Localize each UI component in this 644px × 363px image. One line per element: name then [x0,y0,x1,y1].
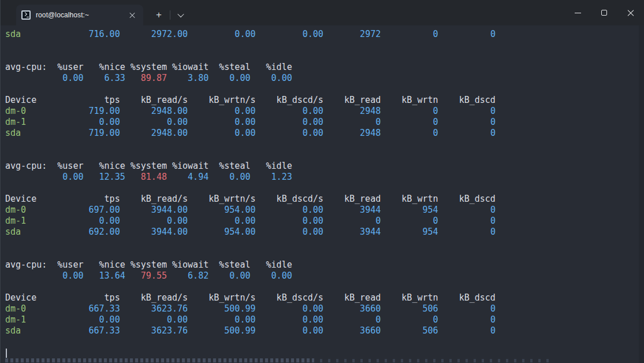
terminal-line: sda 692.00 3944.00 954.00 0.00 3944 954 … [5,227,644,238]
terminal-line: Device tps kB_read/s kB_wrtn/s kB_dscd/s… [5,194,644,205]
terminal-screen[interactable]: sda 716.00 2972.00 0.00 0.00 2972 0 0 av… [1,25,644,363]
titlebar-separator [170,10,170,20]
clipped-scrolling-line [5,358,644,363]
terminal-line [5,336,644,347]
terminal-output: sda 716.00 2972.00 0.00 0.00 2972 0 0 av… [5,29,644,358]
terminal-line: dm-0 667.33 3623.76 500.99 0.00 3660 506… [5,303,644,314]
scrollbar[interactable] [639,25,644,363]
minimize-icon [575,13,581,13]
close-icon [627,9,635,17]
terminal-app-icon [21,10,31,20]
titlebar-drag-region[interactable] [189,0,564,25]
terminal-line: dm-1 0.00 0.00 0.00 0.00 0 0 0 [5,117,644,128]
prompt-line [5,347,644,358]
new-tab-button[interactable]: + [150,7,167,23]
terminal-line: 0.00 13.64 79.55 6.82 0.00 0.00 [5,271,644,281]
terminal-line: Device tps kB_read/s kB_wrtn/s kB_dscd/s… [5,95,644,106]
terminal-line: dm-1 0.00 0.00 0.00 0.00 0 0 0 [5,314,644,325]
terminal-window: root@localhost:~ + sda 716.00 2972.00 0.… [0,0,644,363]
terminal-line: sda 719.00 2948.00 0.00 0.00 2948 0 0 [5,128,644,139]
terminal-line: sda 667.33 3623.76 500.99 0.00 3660 506 … [5,325,644,336]
terminal-line: avg-cpu: %user %nice %system %iowait %st… [5,62,644,73]
tab-root-localhost[interactable]: root@localhost:~ [16,5,143,25]
minimize-button[interactable] [564,0,591,25]
terminal-line: 0.00 12.35 81.48 4.94 0.00 1.23 [5,172,644,183]
titlebar[interactable]: root@localhost:~ + [1,0,644,25]
terminal-line [5,139,644,150]
terminal-line: 0.00 6.33 89.87 3.80 0.00 0.00 [5,73,644,84]
terminal-line: avg-cpu: %user %nice %system %iowait %st… [5,161,644,172]
chevron-down-icon [177,11,184,17]
terminal-line: dm-0 719.00 2948.00 0.00 0.00 2948 0 0 [5,106,644,117]
terminal-line: dm-1 0.00 0.00 0.00 0.00 0 0 0 [5,216,644,227]
terminal-line [5,40,644,51]
terminal-line [5,249,644,260]
tab-close-icon[interactable] [127,10,137,20]
terminal-line: sda 716.00 2972.00 0.00 0.00 2972 0 0 [5,29,644,40]
terminal-line [5,150,644,161]
terminal-line [5,51,644,62]
terminal-line [5,281,644,292]
terminal-line: avg-cpu: %user %nice %system %iowait %st… [5,260,644,271]
terminal-line [5,84,644,95]
terminal-line: dm-0 697.00 3944.00 954.00 0.00 3944 954… [5,205,644,216]
maximize-icon [601,10,607,16]
terminal-line: Device tps kB_read/s kB_wrtn/s kB_dscd/s… [5,292,644,303]
terminal-line [5,238,644,249]
plus-icon: + [156,9,162,21]
maximize-button[interactable] [591,0,617,25]
tab-dropdown-button[interactable] [173,7,189,23]
terminal-line [5,183,644,194]
close-button[interactable] [617,0,644,25]
text-cursor [6,349,7,358]
tab-title: root@localhost:~ [36,11,124,19]
